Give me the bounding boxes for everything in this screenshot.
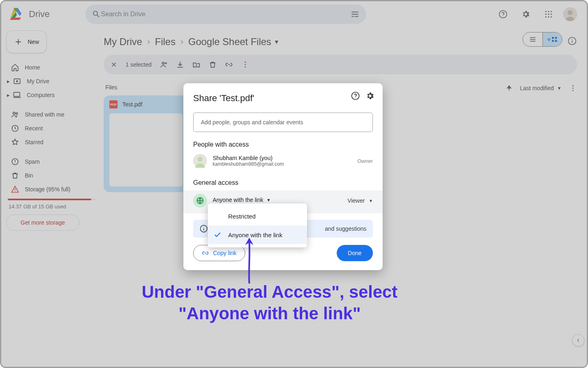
person-name: Shubham Kamble (you) <box>213 155 284 161</box>
chevron-down-icon: ▼ <box>557 86 562 91</box>
search-bar[interactable] <box>85 4 366 24</box>
svg-point-9 <box>548 16 549 17</box>
dropdown-option-anyone[interactable]: Anyone with the link <box>208 225 307 244</box>
sidebar-item-shared[interactable]: Shared with me <box>6 108 97 121</box>
person-avatar <box>193 154 207 168</box>
sidebar-item-my-drive[interactable]: ▸My Drive <box>6 74 97 88</box>
sidebar: New Home ▸My Drive ▸Computers Shared wit… <box>1 27 102 367</box>
svg-point-1 <box>503 16 503 16</box>
get-more-storage-button[interactable]: Get more storage <box>6 214 79 231</box>
copy-link-label: Copy link <box>213 250 237 256</box>
share-person-icon[interactable] <box>160 61 168 69</box>
download-icon[interactable] <box>176 61 184 69</box>
svg-point-20 <box>15 163 15 163</box>
drive-folder-icon <box>13 77 21 85</box>
top-bar: Drive <box>1 1 587 27</box>
more-icon[interactable] <box>241 61 249 69</box>
caret-icon: ▸ <box>7 92 10 98</box>
storage-bar <box>8 199 96 200</box>
breadcrumb-item-label: Google Sheet Files <box>188 36 271 48</box>
new-button-label: New <box>28 39 39 45</box>
link-icon[interactable] <box>225 61 233 69</box>
sidebar-item-storage[interactable]: Storage (95% full) <box>6 182 97 196</box>
general-access-selected-label: Anyone with the link <box>213 197 264 203</box>
sidebar-item-bin[interactable]: Bin <box>6 169 97 182</box>
svg-point-34 <box>573 90 574 91</box>
add-people-input[interactable]: Add people, groups and calendar events <box>193 113 373 132</box>
apps-icon[interactable] <box>540 6 557 22</box>
dialog-title: Share 'Test.pdf' <box>193 93 373 104</box>
more-icon[interactable] <box>569 84 577 92</box>
home-icon <box>11 63 19 71</box>
svg-point-28 <box>162 62 164 64</box>
move-icon[interactable] <box>192 61 200 69</box>
sidebar-item-label: Computers <box>27 92 54 98</box>
selection-bar: 1 selected <box>104 55 577 74</box>
sort-direction-icon[interactable] <box>505 84 513 92</box>
breadcrumb-current[interactable]: Google Sheet Files▼ <box>188 36 279 48</box>
person-row: Shubham Kamble (you) kambleshubham985@gm… <box>193 154 373 168</box>
done-button[interactable]: Done <box>337 245 373 261</box>
chevron-right-icon: › <box>147 37 150 47</box>
grid-view-button[interactable] <box>542 32 562 46</box>
people-icon <box>11 110 19 119</box>
account-avatar[interactable] <box>563 7 577 21</box>
svg-point-2 <box>545 11 547 12</box>
check-icon <box>213 231 222 239</box>
sidebar-item-home[interactable]: Home <box>6 61 97 74</box>
file-card[interactable]: PDF Test.pdf <box>104 95 188 192</box>
sidebar-item-label: Storage (95% full) <box>25 186 70 193</box>
sort-button[interactable]: Last modified▼ <box>520 85 562 91</box>
link-icon <box>202 249 209 257</box>
svg-point-12 <box>568 10 573 15</box>
sidebar-item-label: Shared with me <box>25 111 64 118</box>
svg-point-3 <box>548 11 549 12</box>
help-icon[interactable] <box>351 91 360 100</box>
svg-rect-22 <box>552 37 554 39</box>
delete-icon[interactable] <box>209 61 217 69</box>
new-button[interactable]: New <box>6 30 47 53</box>
people-with-access-heading: People with access <box>193 141 373 148</box>
search-options-icon[interactable] <box>351 10 359 19</box>
svg-point-29 <box>244 62 246 63</box>
close-selection-icon[interactable] <box>110 61 118 68</box>
search-input[interactable] <box>101 11 351 18</box>
clock-icon <box>11 124 19 132</box>
sidebar-item-spam[interactable]: Spam <box>6 155 97 169</box>
help-icon[interactable] <box>495 6 511 22</box>
sidebar-item-label: Recent <box>25 125 43 132</box>
general-access-select[interactable]: Anyone with the link▼ <box>213 197 270 203</box>
spam-icon <box>11 158 19 166</box>
annotation-text: Under "General Access", select "Anyone w… <box>115 281 424 324</box>
svg-point-0 <box>499 11 507 18</box>
svg-point-6 <box>548 13 549 15</box>
pdf-icon: PDF <box>109 100 118 108</box>
svg-point-32 <box>573 85 574 87</box>
svg-point-14 <box>16 80 17 82</box>
general-access-heading: General access <box>193 179 373 186</box>
trash-icon <box>11 171 19 180</box>
copy-link-button[interactable]: Copy link <box>193 245 245 261</box>
caret-icon: ▸ <box>7 78 10 84</box>
selection-count: 1 selected <box>126 61 152 68</box>
computers-icon <box>13 91 21 99</box>
sidebar-item-recent[interactable]: Recent <box>6 121 97 135</box>
role-select[interactable]: Viewer▼ <box>348 197 373 204</box>
dropdown-option-restricted[interactable]: Restricted <box>208 207 307 225</box>
list-view-button[interactable] <box>523 32 542 46</box>
svg-point-30 <box>244 64 246 65</box>
breadcrumb-item[interactable]: Files <box>155 36 176 48</box>
gear-icon[interactable] <box>366 91 375 100</box>
sidebar-item-label: Starred <box>25 139 44 145</box>
view-toggle[interactable] <box>523 32 562 47</box>
side-panel-toggle[interactable] <box>572 334 584 346</box>
sidebar-item-computers[interactable]: ▸Computers <box>6 88 97 102</box>
svg-point-8 <box>545 16 547 17</box>
details-icon[interactable] <box>564 33 580 49</box>
breadcrumb-item[interactable]: My Drive <box>104 36 142 48</box>
svg-point-16 <box>13 112 15 114</box>
settings-icon[interactable] <box>518 6 534 22</box>
svg-point-33 <box>573 88 574 89</box>
svg-rect-15 <box>14 92 20 96</box>
sidebar-item-starred[interactable]: Starred <box>6 135 97 149</box>
